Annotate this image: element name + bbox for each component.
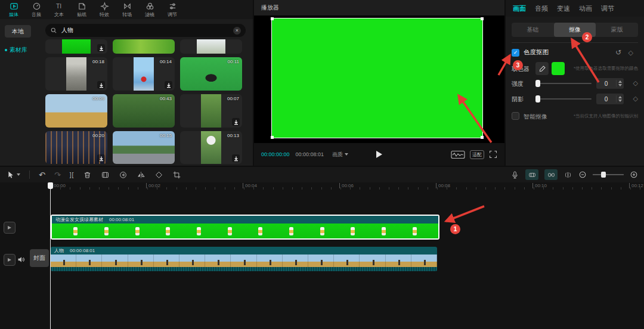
shadow-slider[interactable] bbox=[535, 93, 592, 105]
cover-button[interactable]: 封面 bbox=[30, 249, 49, 267]
search-box[interactable]: × bbox=[45, 24, 246, 37]
resize-handle[interactable] bbox=[481, 17, 484, 20]
keyframe-icon[interactable]: ◇ bbox=[628, 49, 633, 57]
waveform-preview-icon[interactable] bbox=[451, 150, 465, 159]
tab-picture[interactable]: 画面 bbox=[513, 4, 526, 13]
sidebar-item-local[interactable]: 本地 bbox=[5, 25, 31, 38]
media-item[interactable]: 00:43 bbox=[113, 94, 175, 128]
tab-speed[interactable]: 变速 bbox=[557, 4, 570, 13]
tab-animation[interactable]: 动画 bbox=[579, 4, 592, 13]
tab-adjust[interactable]: 调节 bbox=[161, 0, 184, 19]
link-toggle-icon[interactable] bbox=[544, 169, 558, 180]
fit-button[interactable]: 适配 bbox=[470, 150, 484, 159]
tab-audio[interactable]: 音频 bbox=[25, 0, 48, 19]
tab-media[interactable]: 媒体 bbox=[2, 0, 25, 19]
resize-handle[interactable] bbox=[481, 136, 484, 139]
reverse-icon[interactable] bbox=[119, 170, 128, 179]
mirror-icon[interactable] bbox=[137, 170, 145, 179]
tab-transition[interactable]: 转场 bbox=[116, 0, 138, 19]
media-item[interactable] bbox=[180, 39, 242, 54]
subtab-mask[interactable]: 蒙版 bbox=[596, 23, 638, 37]
slider-thumb[interactable] bbox=[601, 172, 606, 178]
stepper[interactable] bbox=[616, 80, 624, 87]
time-total: 00:00:08:01 bbox=[296, 151, 324, 157]
redo-icon[interactable]: ↷ bbox=[54, 171, 61, 179]
search-input[interactable] bbox=[60, 27, 233, 35]
duration-badge: 00:18 bbox=[92, 59, 104, 64]
step-up-icon[interactable] bbox=[618, 80, 622, 83]
media-item[interactable]: 00:09 bbox=[45, 94, 107, 128]
track2-toggle-button[interactable] bbox=[4, 254, 16, 266]
media-item[interactable]: 00:15 bbox=[113, 131, 175, 164]
select-tool-button[interactable] bbox=[6, 170, 20, 179]
smart-keying-checkbox[interactable] bbox=[512, 112, 519, 120]
download-icon[interactable] bbox=[97, 81, 105, 89]
media-item[interactable] bbox=[113, 39, 175, 54]
tab-text[interactable]: TI 文本 bbox=[48, 0, 70, 19]
download-icon[interactable] bbox=[97, 44, 105, 52]
undo-icon[interactable]: ↶ bbox=[39, 171, 45, 179]
step-down-icon[interactable] bbox=[618, 100, 622, 102]
slider-thumb[interactable] bbox=[535, 80, 540, 87]
crop-icon[interactable] bbox=[172, 170, 181, 179]
media-item[interactable]: 00:13 bbox=[180, 131, 242, 164]
preview-axis-icon[interactable] bbox=[564, 170, 572, 179]
media-item[interactable]: 00:14 bbox=[113, 57, 175, 91]
keyframe-icon[interactable]: ◇ bbox=[633, 79, 638, 87]
tab-sticker[interactable]: 贴纸 bbox=[70, 0, 93, 19]
fullscreen-icon[interactable] bbox=[489, 150, 497, 159]
media-item[interactable]: 00:07 bbox=[180, 94, 242, 128]
download-icon[interactable] bbox=[97, 154, 105, 162]
zoom-slider[interactable] bbox=[593, 171, 624, 178]
split-icon[interactable]: ][ bbox=[70, 171, 75, 179]
tab-adjustment[interactable]: 调节 bbox=[601, 4, 614, 13]
playhead-line[interactable] bbox=[50, 182, 51, 329]
timeline-clip-person[interactable]: 人物 00:00:08:01 bbox=[51, 247, 437, 271]
zoom-out-icon[interactable] bbox=[578, 170, 587, 179]
speaker-icon[interactable] bbox=[17, 255, 26, 264]
media-item[interactable] bbox=[45, 39, 107, 54]
microphone-icon[interactable] bbox=[510, 170, 519, 179]
play-icon[interactable] bbox=[376, 151, 382, 158]
slider-thumb[interactable] bbox=[535, 95, 540, 103]
reset-icon[interactable]: ↺ bbox=[615, 48, 621, 57]
resize-handle[interactable] bbox=[271, 136, 274, 139]
tab-effects[interactable]: 特效 bbox=[93, 0, 116, 19]
chroma-key-checkbox[interactable] bbox=[512, 49, 519, 57]
color-swatch[interactable] bbox=[552, 62, 565, 75]
sidebar-item-library[interactable]: 素材库 bbox=[4, 44, 37, 56]
chroma-key-label: 色度抠图 bbox=[524, 48, 549, 57]
close-icon[interactable]: × bbox=[233, 27, 241, 35]
green-screen-clip[interactable] bbox=[271, 18, 483, 138]
zoom-in-icon[interactable] bbox=[630, 170, 638, 179]
download-icon[interactable] bbox=[232, 118, 240, 126]
download-icon[interactable] bbox=[165, 81, 172, 89]
subtab-basic[interactable]: 基础 bbox=[512, 23, 554, 37]
person-figure bbox=[89, 260, 91, 265]
clip-name: 动漫金发女孩绿幕素材 bbox=[55, 216, 103, 223]
freeze-frame-icon[interactable] bbox=[101, 170, 110, 179]
intensity-slider[interactable] bbox=[535, 77, 592, 89]
media-item[interactable]: 00:11 bbox=[180, 57, 242, 91]
tab-audio-settings[interactable]: 音频 bbox=[535, 4, 548, 13]
eyedropper-button[interactable] bbox=[535, 62, 549, 75]
track1-toggle-button[interactable] bbox=[4, 222, 16, 234]
stepper[interactable] bbox=[616, 95, 624, 103]
shadow-value-box[interactable]: 0 bbox=[596, 94, 624, 104]
media-item[interactable]: 00:20 bbox=[45, 131, 107, 164]
duration-badge: 00:11 bbox=[228, 59, 239, 64]
download-icon[interactable] bbox=[232, 154, 240, 162]
media-item[interactable]: 00:18 bbox=[45, 57, 107, 91]
snap-toggle-icon[interactable] bbox=[525, 169, 538, 180]
timeline-clip-greenscreen[interactable]: 动漫金发女孩绿幕素材 00:00:08:01 bbox=[51, 215, 439, 240]
delete-icon[interactable] bbox=[83, 170, 92, 179]
step-down-icon[interactable] bbox=[618, 84, 622, 86]
resize-handle[interactable] bbox=[271, 17, 274, 20]
step-up-icon[interactable] bbox=[618, 96, 622, 98]
keyframe-icon[interactable]: ◇ bbox=[633, 95, 638, 103]
tab-filter[interactable]: 滤镜 bbox=[138, 0, 161, 19]
intensity-value-box[interactable]: 0 bbox=[596, 78, 624, 89]
quality-dropdown[interactable]: 画质 bbox=[332, 151, 348, 159]
playhead-handle[interactable] bbox=[48, 182, 53, 189]
rotate-icon[interactable] bbox=[154, 170, 163, 179]
